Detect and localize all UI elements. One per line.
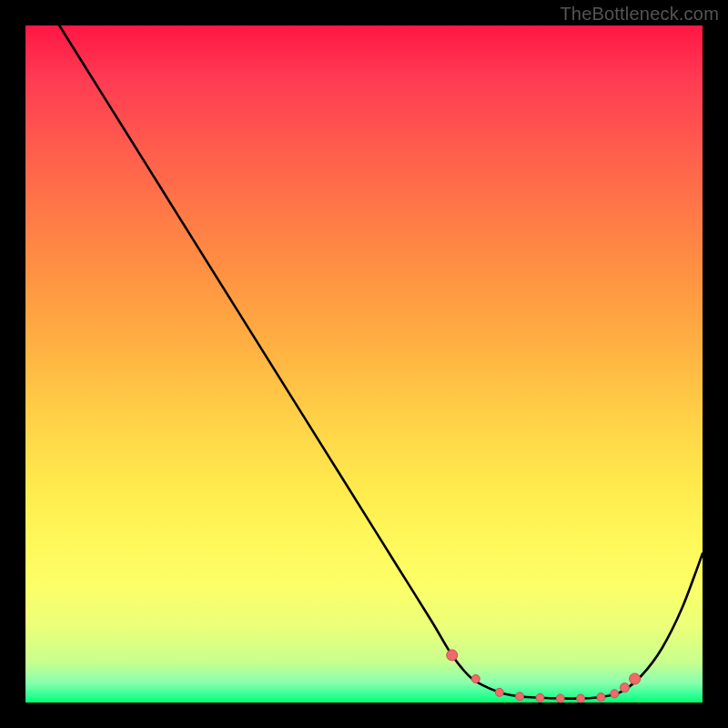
- data-point: [536, 693, 544, 702]
- data-point: [471, 674, 480, 682]
- bottleneck-curve: [59, 25, 703, 699]
- data-point: [630, 673, 641, 684]
- chart-svg: [25, 25, 703, 703]
- data-point: [611, 690, 619, 698]
- data-point: [597, 693, 605, 702]
- data-point: [495, 688, 503, 696]
- data-point: [447, 650, 458, 661]
- watermark-text: TheBottleneck.com: [560, 4, 719, 25]
- chart-frame: TheBottleneck.com: [0, 0, 728, 728]
- data-point-markers: [447, 650, 641, 703]
- data-point: [516, 693, 524, 701]
- plot-area: [25, 25, 703, 703]
- data-point: [556, 694, 564, 703]
- data-point: [620, 683, 629, 693]
- data-point: [577, 694, 585, 703]
